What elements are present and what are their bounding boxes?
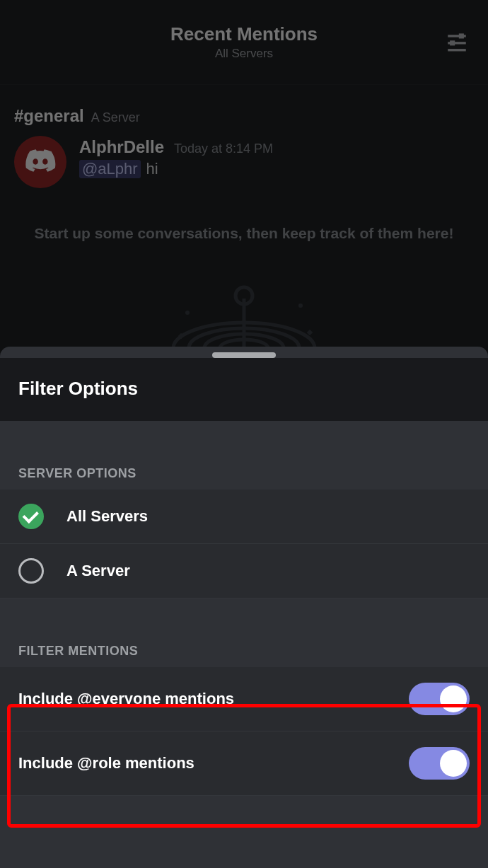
server-options-label: SERVER OPTIONS (0, 466, 488, 490)
server-option-label: A Server (59, 562, 130, 580)
server-option-a-server[interactable]: A Server (0, 544, 488, 598)
include-everyone-row[interactable]: Include @everyone mentions (0, 667, 488, 731)
filter-options-sheet: Filter Options SERVER OPTIONS All Server… (0, 347, 488, 868)
server-option-all[interactable]: All Servers (0, 490, 488, 544)
sheet-grabber[interactable] (212, 352, 276, 358)
radio-checked-icon (18, 504, 44, 529)
filter-mentions-label: FILTER MENTIONS (0, 644, 488, 667)
toggle-label: Include @everyone mentions (18, 690, 234, 708)
sheet-header: Filter Options (0, 358, 488, 421)
include-role-row[interactable]: Include @role mentions (0, 731, 488, 796)
server-option-label: All Servers (59, 507, 148, 526)
toggle-switch-on[interactable] (409, 747, 470, 780)
sheet-title: Filter Options (18, 378, 470, 400)
toggle-switch-on[interactable] (409, 683, 470, 715)
radio-unchecked-icon (18, 558, 44, 584)
toggle-label: Include @role mentions (18, 754, 194, 772)
